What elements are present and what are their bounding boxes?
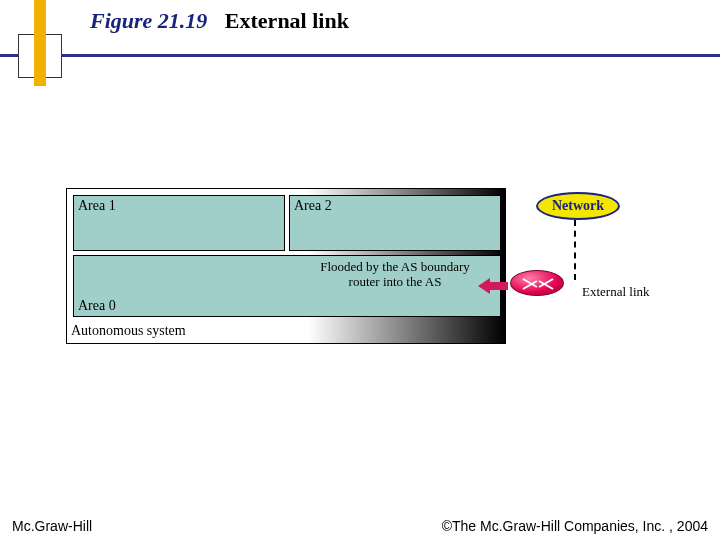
autonomous-system-box: Area 1 Area 2 Area 0 Flooded by the AS b… — [66, 188, 506, 344]
slide: Figure 21.19 External link Area 1 Area 2… — [0, 0, 720, 540]
network-node: Network — [536, 192, 620, 220]
flood-text: Flooded by the AS boundary router into t… — [310, 260, 480, 290]
arrow-head — [478, 278, 490, 294]
arrow-left-icon — [478, 278, 508, 294]
router-arrows-icon — [517, 275, 559, 293]
footer-right: ©The Mc.Graw-Hill Companies, Inc. , 2004 — [442, 518, 708, 534]
arrow-shaft — [490, 282, 508, 290]
area-1-label: Area 1 — [78, 198, 116, 214]
external-link-line — [574, 220, 576, 280]
area-1-box: Area 1 — [73, 195, 285, 251]
figure-number: Figure 21.19 — [90, 8, 207, 33]
area-0-box: Area 0 Flooded by the AS boundary router… — [73, 255, 501, 317]
area-2-box: Area 2 — [289, 195, 501, 251]
router-icon — [510, 270, 564, 296]
autonomous-system-label: Autonomous system — [71, 323, 186, 339]
area-0-label: Area 0 — [78, 298, 116, 314]
network-label: Network — [552, 198, 604, 214]
external-link-label: External link — [582, 284, 650, 300]
title-underline — [0, 54, 720, 57]
figure-title: Figure 21.19 External link — [90, 8, 349, 34]
corner-bar-decor — [34, 0, 46, 86]
area-2-label: Area 2 — [294, 198, 332, 214]
figure-caption: External link — [225, 8, 349, 33]
diagram: Area 1 Area 2 Area 0 Flooded by the AS b… — [66, 188, 658, 358]
footer-left: Mc.Graw-Hill — [12, 518, 92, 534]
